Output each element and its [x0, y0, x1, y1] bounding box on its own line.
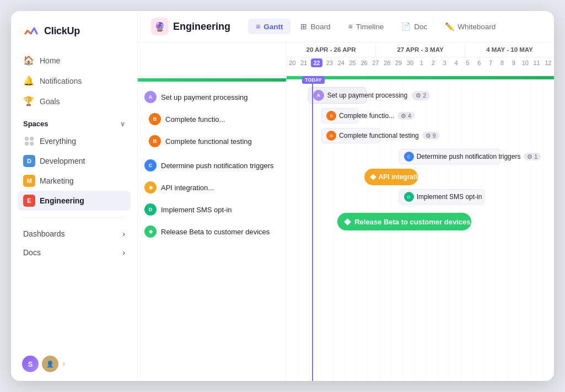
task-name-1a: Complete functio...	[165, 115, 225, 123]
day-12: 12	[542, 57, 554, 68]
day-numbers-row: 20 21 22 23 24 25 26 27 28 29 30 1	[287, 57, 554, 68]
day-28: 28	[381, 57, 393, 68]
engineering-label: Engineering	[40, 196, 84, 205]
engineering-badge: E	[23, 195, 35, 207]
task-avatar-2: C	[144, 159, 157, 171]
gantt-icon: ≡	[256, 22, 260, 31]
svg-rect-3	[30, 142, 34, 146]
task-row-1a[interactable]: B Complete functio...	[138, 108, 286, 130]
task-row-1[interactable]: A Set up payment processing	[138, 86, 286, 108]
user-area[interactable]: S 👤 ›	[11, 349, 137, 372]
diamond-release	[344, 218, 351, 225]
dashboards-label: Dashboards	[23, 229, 65, 238]
tab-gantt[interactable]: ≡ Gantt	[248, 19, 290, 34]
date-range-1: 20 APR - 26 APR	[287, 42, 376, 57]
app-name: ClickUp	[44, 25, 80, 37]
task-avatar-1a: B	[149, 113, 161, 125]
sidebar: ClickUp 🏠 Home 🔔 Notifications 🏆 Goals S…	[11, 11, 138, 381]
doc-icon: 📄	[401, 22, 411, 31]
task-name-1: Set up payment processing	[161, 93, 248, 101]
sidebar-item-goals[interactable]: 🏆 Goals	[18, 92, 131, 111]
task-row-5[interactable]: ◆ Release Beta to customer devices	[138, 221, 286, 243]
sidebar-item-everything[interactable]: Everything	[18, 131, 131, 151]
sidebar-item-docs[interactable]: Docs ›	[18, 243, 131, 262]
svg-rect-1	[30, 137, 34, 141]
gantt-body: A Set up payment processing B Complete f…	[138, 76, 554, 381]
spaces-chevron[interactable]: ∨	[120, 120, 125, 128]
task-row-2[interactable]: C Determine push notification triggers	[138, 154, 286, 176]
task-row-3[interactable]: ◆ API integration...	[138, 176, 286, 198]
app-container: ClickUp 🏠 Home 🔔 Notifications 🏆 Goals S…	[11, 11, 554, 381]
day-20: 20	[287, 57, 298, 68]
day-30: 30	[405, 57, 416, 68]
task-row-1b[interactable]: B Complete functional testing	[138, 130, 286, 152]
task-name-2: Determine push notification triggers	[161, 162, 274, 170]
bell-icon: 🔔	[23, 76, 34, 86]
sidebar-item-home[interactable]: 🏠 Home	[18, 51, 131, 70]
tab-timeline[interactable]: ≡ Timeline	[340, 19, 391, 34]
bar-payment-processing[interactable]: A Set up payment processing ⚙ 2	[308, 87, 367, 104]
sidebar-item-development[interactable]: D Development	[18, 151, 131, 171]
day-9: 9	[508, 57, 519, 68]
task-list: A Set up payment processing B Complete f…	[138, 76, 287, 381]
bar-label-3: API integration...	[379, 173, 431, 181]
day-24: 24	[335, 57, 347, 68]
bar-complete-func2[interactable]: B Complete functional testing ⚙ 9	[321, 128, 380, 143]
task-avatar-4: D	[144, 203, 157, 216]
day-26: 26	[358, 57, 370, 68]
task-name-5: Release Beta to customer devices	[161, 228, 270, 236]
bar-sms-optin[interactable]: D Implement SMS opt-in	[399, 189, 485, 205]
bar-badge-1: ⚙ 2	[412, 91, 430, 100]
docs-label: Docs	[23, 248, 41, 257]
day-29: 29	[393, 57, 405, 68]
clickup-logo-icon	[22, 22, 40, 40]
svg-rect-2	[25, 142, 29, 146]
gantt-left-header	[138, 42, 287, 76]
avatar-user: 👤	[42, 356, 58, 372]
task-name-1b: Complete functional testing	[165, 137, 252, 146]
timeline-icon: ≡	[348, 22, 352, 31]
task-avatar-3: ◆	[144, 181, 157, 194]
development-label: Development	[40, 157, 85, 165]
bar-complete-func1[interactable]: B Complete functio... ⚙ 4	[321, 108, 359, 123]
bar-push-notif[interactable]: C Determine push notification triggers ⚙…	[399, 149, 501, 164]
logo-area[interactable]: ClickUp	[11, 22, 137, 51]
bar-avatar-2: C	[404, 152, 414, 162]
timeline-bars: TODAY A Set up payment processing ⚙ 2 B …	[287, 76, 554, 381]
tab-doc[interactable]: 📄 Doc	[394, 19, 435, 34]
tab-whiteboard[interactable]: ✏️ Whiteboard	[437, 19, 503, 34]
task-avatar-5: ◆	[144, 225, 157, 238]
bar-badge-sub1: ⚙ 4	[397, 112, 415, 120]
progress-line-left	[138, 78, 286, 82]
top-bar: 🔮 Engineering ≡ Gantt ⊞ Board ≡ Timeline…	[138, 11, 554, 42]
user-chevron: ›	[63, 361, 65, 367]
bar-avatar-sub2: B	[326, 131, 336, 141]
svg-rect-0	[25, 137, 29, 141]
bar-label-sub1: Complete functio...	[339, 112, 394, 120]
sidebar-item-marketing[interactable]: M Marketing	[18, 171, 131, 191]
sidebar-item-dashboards[interactable]: Dashboards ›	[18, 224, 131, 243]
date-range-3: 4 MAY - 10 MAY	[465, 42, 554, 57]
sidebar-item-engineering[interactable]: E Engineering	[18, 191, 131, 211]
sidebar-item-notifications[interactable]: 🔔 Notifications	[18, 71, 131, 90]
day-22-today: 22	[310, 57, 324, 68]
bar-release-beta[interactable]: Release Beta to customer devices	[337, 213, 471, 230]
development-badge: D	[23, 155, 35, 167]
day-21: 21	[298, 57, 310, 68]
footer-nav: Dashboards › Docs ›	[11, 224, 137, 262]
bar-api-integration[interactable]: API integration... ⚙ 1	[364, 169, 418, 185]
tab-board[interactable]: ⊞ Board	[293, 19, 338, 34]
bar-avatar-1: A	[313, 90, 324, 101]
task-row-4[interactable]: D Implement SMS opt-in	[138, 198, 286, 221]
avatar-s: S	[22, 356, 39, 372]
bar-label-5: Release Beta to customer devices	[354, 218, 470, 226]
board-icon: ⊞	[300, 22, 307, 31]
today-label: TODAY	[302, 76, 325, 84]
day-4: 4	[450, 57, 462, 68]
bar-badge-sub2: ⚙ 9	[422, 132, 439, 139]
date-ranges-row: 20 APR - 26 APR 27 APR - 3 MAY 4 MAY - 1…	[287, 42, 554, 57]
bar-avatar-4: D	[404, 192, 414, 202]
marketing-label: Marketing	[40, 176, 73, 185]
whiteboard-icon: ✏️	[445, 22, 454, 31]
project-icon: 🔮	[151, 18, 169, 35]
